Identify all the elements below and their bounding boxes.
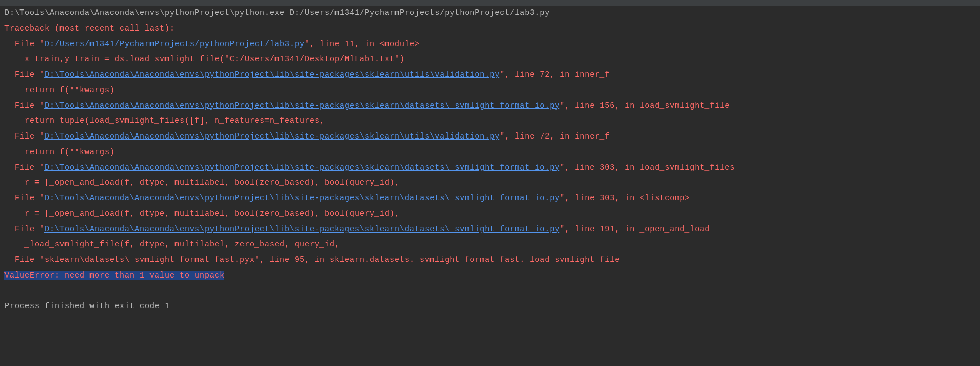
line-info: ", line 72, in inner_f [499,70,609,80]
code-context: r = [_open_and_load(f, dtype, multilabel… [4,175,976,191]
stack-frame: File "D:\Tools\Anaconda\Anaconda\envs\py… [4,160,976,176]
code-context: return f(**kwargs) [4,83,976,98]
stack-frame: File "D:\Tools\Anaconda\Anaconda\envs\py… [4,67,976,83]
file-path-link[interactable]: D:\Tools\Anaconda\Anaconda\envs\pythonPr… [44,194,559,203]
code-context: r = [_open_and_load(f, dtype, multilabel… [4,206,976,222]
code-context: _load_svmlight_file(f, dtype, multilabel… [4,237,976,253]
line-info: ", line 156, in load_svmlight_file [559,101,729,111]
file-path-link[interactable]: D:/Users/m1341/PycharmProjects/pythonPro… [44,39,304,49]
blank-line [4,284,976,299]
file-label: File " [14,194,44,203]
traceback-header: Traceback (most recent call last): [4,21,976,37]
line-info: ", line 303, in load_svmlight_files [559,163,734,172]
stack-frame: File "D:\Tools\Anaconda\Anaconda\envs\py… [4,222,976,238]
stack-frame-plain: File "sklearn\datasets\_svmlight_format_… [4,253,976,268]
code-context: x_train,y_train = ds.load_svmlight_file(… [4,52,976,67]
file-label: File " [14,163,44,172]
file-path-link[interactable]: D:\Tools\Anaconda\Anaconda\envs\pythonPr… [44,163,559,172]
file-label: File " [14,101,44,111]
error-message[interactable]: ValueError: need more than 1 value to un… [4,271,224,280]
line-info: ", line 303, in <listcomp> [559,194,689,203]
line-info: ", line 11, in <module> [304,39,419,49]
stack-frame: File "D:\Tools\Anaconda\Anaconda\envs\py… [4,98,976,114]
stack-frame: File "D:\Tools\Anaconda\Anaconda\envs\py… [4,129,976,145]
file-path-link[interactable]: D:\Tools\Anaconda\Anaconda\envs\pythonPr… [44,132,499,141]
line-info: ", line 191, in _open_and_load [559,225,709,234]
file-label: File " [14,132,44,141]
file-label: File " [14,70,44,80]
code-context: return tuple(load_svmlight_files([f], n_… [4,113,976,129]
error-message-line: ValueError: need more than 1 value to un… [4,268,976,284]
stack-frame: File "D:/Users/m1341/PycharmProjects/pyt… [4,37,976,52]
code-context: return f(**kwargs) [4,145,976,160]
file-path-link[interactable]: D:\Tools\Anaconda\Anaconda\envs\pythonPr… [44,101,559,111]
stack-frame: File "D:\Tools\Anaconda\Anaconda\envs\py… [4,191,976,206]
file-path-link[interactable]: D:\Tools\Anaconda\Anaconda\envs\pythonPr… [44,225,559,234]
file-label: File " [14,225,44,234]
file-label: File " [14,39,44,49]
exit-message: Process finished with exit code 1 [4,299,976,314]
console-output: D:\Tools\Anaconda\Anaconda\envs\pythonPr… [4,3,976,314]
file-path-link[interactable]: D:\Tools\Anaconda\Anaconda\envs\pythonPr… [44,70,499,80]
run-command: D:\Tools\Anaconda\Anaconda\envs\pythonPr… [4,6,976,21]
top-bar [0,0,980,6]
line-info: ", line 72, in inner_f [499,132,609,141]
